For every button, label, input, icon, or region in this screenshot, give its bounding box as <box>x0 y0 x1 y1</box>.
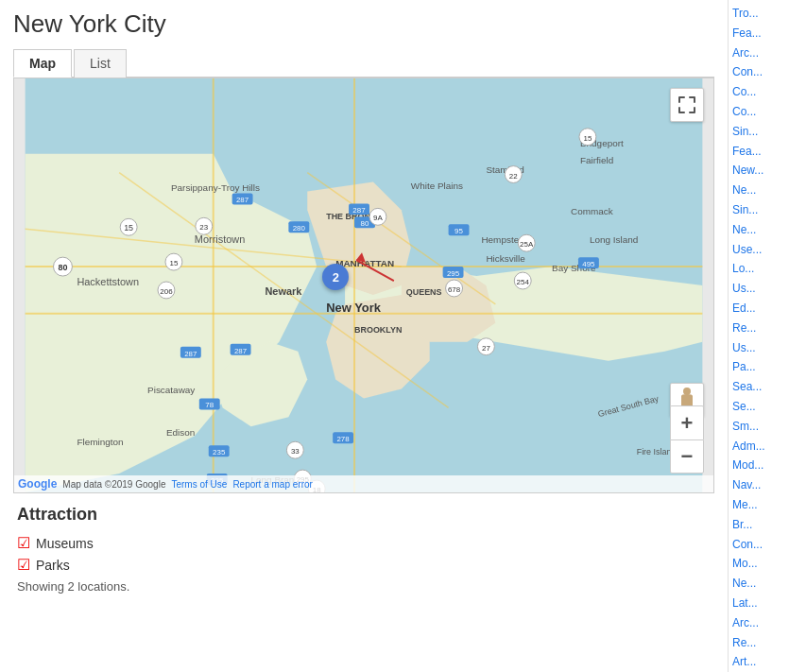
sidebar-item-33[interactable]: Art... <box>729 652 789 672</box>
svg-text:254: 254 <box>517 278 530 286</box>
svg-text:22: 22 <box>509 172 518 181</box>
sidebar-item-4[interactable]: Co... <box>729 82 789 102</box>
sidebar-item-0[interactable]: Tro... <box>729 4 789 24</box>
svg-text:15: 15 <box>169 259 178 267</box>
sidebar-item-19[interactable]: Sea... <box>729 377 789 397</box>
svg-point-101 <box>683 388 691 395</box>
svg-text:287: 287 <box>236 196 249 204</box>
map-svg: Morristown Hackettstown THE BRONX MANHAT… <box>14 78 713 492</box>
tab-map[interactable]: Map <box>13 49 72 78</box>
map-background: Morristown Hackettstown THE BRONX MANHAT… <box>14 78 713 492</box>
page-title: New York City <box>13 9 714 39</box>
svg-text:Commack: Commack <box>571 206 613 216</box>
sidebar-item-7[interactable]: Fea... <box>729 142 789 162</box>
sidebar-item-3[interactable]: Con... <box>729 62 789 82</box>
parks-label: Parks <box>36 558 70 573</box>
sidebar-item-22[interactable]: Adm... <box>729 437 789 457</box>
svg-text:Hackettstown: Hackettstown <box>77 276 139 287</box>
svg-text:Fairfield: Fairfield <box>580 155 613 165</box>
sidebar-item-2[interactable]: Arc... <box>729 43 789 63</box>
svg-text:Hicksville: Hicksville <box>486 253 525 264</box>
sidebar-item-1[interactable]: Fea... <box>729 24 789 43</box>
svg-text:Flemington: Flemington <box>77 437 123 447</box>
sidebar-item-8[interactable]: New... <box>729 161 789 181</box>
sidebar-item-26[interactable]: Br... <box>729 515 789 535</box>
fullscreen-button[interactable] <box>670 88 704 122</box>
svg-text:15: 15 <box>583 134 592 143</box>
sidebar-item-24[interactable]: Nav... <box>729 475 789 495</box>
sidebar-item-14[interactable]: Us... <box>729 279 789 299</box>
sidebar-item-27[interactable]: Con... <box>729 535 789 555</box>
main-content: New York City Map List <box>0 0 728 672</box>
zoom-controls: + − <box>670 405 704 474</box>
zoom-in-button[interactable]: + <box>670 405 704 439</box>
svg-text:23: 23 <box>199 223 208 232</box>
sidebar-item-28[interactable]: Mo... <box>729 554 789 574</box>
svg-text:27: 27 <box>482 344 490 353</box>
svg-text:287: 287 <box>234 347 248 355</box>
svg-text:Parsippany-Troy Hills: Parsippany-Troy Hills <box>171 182 260 193</box>
map-marker[interactable]: 2 <box>322 264 349 290</box>
attraction-title: Attraction <box>17 505 711 525</box>
svg-text:Edison: Edison <box>166 427 195 438</box>
sidebar-item-18[interactable]: Pa... <box>729 357 789 377</box>
marker-count: 2 <box>322 264 349 290</box>
sidebar-item-12[interactable]: Use... <box>729 240 789 260</box>
svg-text:278: 278 <box>336 435 350 443</box>
attraction-museums[interactable]: ☑ Museums <box>17 534 711 552</box>
map-container[interactable]: Morristown Hackettstown THE BRONX MANHAT… <box>13 78 714 493</box>
svg-text:33: 33 <box>291 447 300 456</box>
attraction-section: Attraction ☑ Museums ☑ Parks Showing 2 l… <box>13 493 714 605</box>
showing-text: Showing 2 locations. <box>17 579 711 594</box>
svg-text:280: 280 <box>293 224 306 233</box>
sidebar-item-17[interactable]: Us... <box>729 338 789 358</box>
sidebar-item-15[interactable]: Ed... <box>729 299 789 319</box>
svg-text:New York: New York <box>326 301 382 315</box>
tab-list[interactable]: List <box>74 49 127 78</box>
svg-text:287: 287 <box>352 206 366 215</box>
sidebar-item-25[interactable]: Me... <box>729 495 789 515</box>
svg-text:678: 678 <box>448 285 461 294</box>
svg-text:White Plains: White Plains <box>411 181 463 191</box>
svg-text:Morristown: Morristown <box>195 233 245 245</box>
zoom-out-button[interactable]: − <box>670 439 704 474</box>
svg-text:95: 95 <box>455 227 463 235</box>
map-attribution: Google Map data ©2019 Google Terms of Us… <box>14 475 713 492</box>
right-sidebar: Tro...Fea...Arc...Con...Co...Co...Sin...… <box>728 0 789 672</box>
sidebar-item-23[interactable]: Mod... <box>729 456 789 475</box>
sidebar-item-10[interactable]: Sin... <box>729 200 789 220</box>
sidebar-item-31[interactable]: Arc... <box>729 613 789 633</box>
attraction-parks[interactable]: ☑ Parks <box>17 556 711 574</box>
svg-text:78: 78 <box>205 401 214 409</box>
sidebar-item-29[interactable]: Ne... <box>729 574 789 594</box>
svg-text:80: 80 <box>58 263 67 272</box>
museums-label: Museums <box>36 536 94 551</box>
parks-checkbox[interactable]: ☑ <box>17 556 30 574</box>
map-data-text: Map data ©2019 Google <box>62 479 165 490</box>
sidebar-item-20[interactable]: Se... <box>729 397 789 417</box>
google-logo: Google <box>18 477 57 491</box>
svg-text:QUEENS: QUEENS <box>406 287 442 297</box>
sidebar-item-13[interactable]: Lo... <box>729 259 789 279</box>
svg-text:295: 295 <box>447 269 460 278</box>
sidebar-item-11[interactable]: Ne... <box>729 220 789 240</box>
svg-text:206: 206 <box>160 287 173 296</box>
svg-text:Long Island: Long Island <box>590 234 638 245</box>
svg-text:15: 15 <box>124 223 133 233</box>
svg-text:9A: 9A <box>373 214 383 222</box>
sidebar-item-9[interactable]: Ne... <box>729 181 789 200</box>
sidebar-item-16[interactable]: Re... <box>729 319 789 338</box>
sidebar-item-32[interactable]: Re... <box>729 633 789 653</box>
svg-text:Piscataway: Piscataway <box>147 385 195 395</box>
svg-text:25A: 25A <box>520 240 534 249</box>
tab-bar: Map List <box>13 48 714 78</box>
museums-checkbox[interactable]: ☑ <box>17 534 30 552</box>
sidebar-item-5[interactable]: Co... <box>729 102 789 122</box>
sidebar-item-21[interactable]: Sm... <box>729 417 789 437</box>
svg-text:235: 235 <box>213 448 226 457</box>
report-link[interactable]: Report a map error <box>232 479 312 490</box>
terms-link[interactable]: Terms of Use <box>171 479 227 490</box>
sidebar-item-6[interactable]: Sin... <box>729 122 789 142</box>
sidebar-item-30[interactable]: Lat... <box>729 594 789 613</box>
svg-text:495: 495 <box>582 260 595 268</box>
